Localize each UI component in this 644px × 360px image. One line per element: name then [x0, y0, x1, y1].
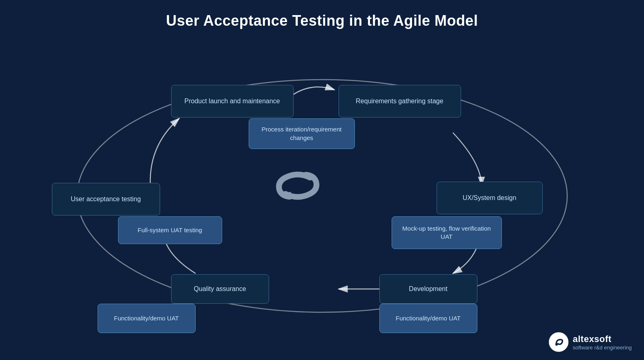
- svg-point-6: [555, 343, 558, 346]
- requirements-box: Requirements gathering stage: [339, 85, 461, 118]
- product-launch-box: Product launch and maintenance: [171, 85, 294, 118]
- functionality-demo-left-box: Functionality/demo UAT: [98, 304, 196, 333]
- logo-subtitle: software r&d engineering: [573, 344, 632, 351]
- center-arrows: [257, 163, 339, 208]
- user-acceptance-box: User acceptance testing: [52, 183, 160, 216]
- ux-design-box: UX/System design: [437, 182, 543, 214]
- page-title: User Acceptance Testing in the Agile Mod…: [0, 0, 644, 29]
- process-iteration-box: Process iteration/requirement changes: [249, 118, 355, 149]
- logo-icon: [549, 332, 568, 352]
- quality-assurance-box: Quality assurance: [171, 274, 269, 304]
- full-system-uat-box: Full-system UAT testing: [118, 216, 222, 244]
- logo: altexsoft software r&d engineering: [549, 332, 632, 352]
- logo-text: altexsoft software r&d engineering: [573, 334, 632, 351]
- diagram-container: Product launch and maintenance Requireme…: [36, 37, 608, 347]
- mockup-testing-box: Mock-up testing, flow verification UAT: [392, 216, 502, 249]
- development-box: Development: [379, 274, 477, 304]
- functionality-demo-right-box: Functionality/demo UAT: [379, 304, 477, 333]
- logo-name: altexsoft: [573, 334, 632, 344]
